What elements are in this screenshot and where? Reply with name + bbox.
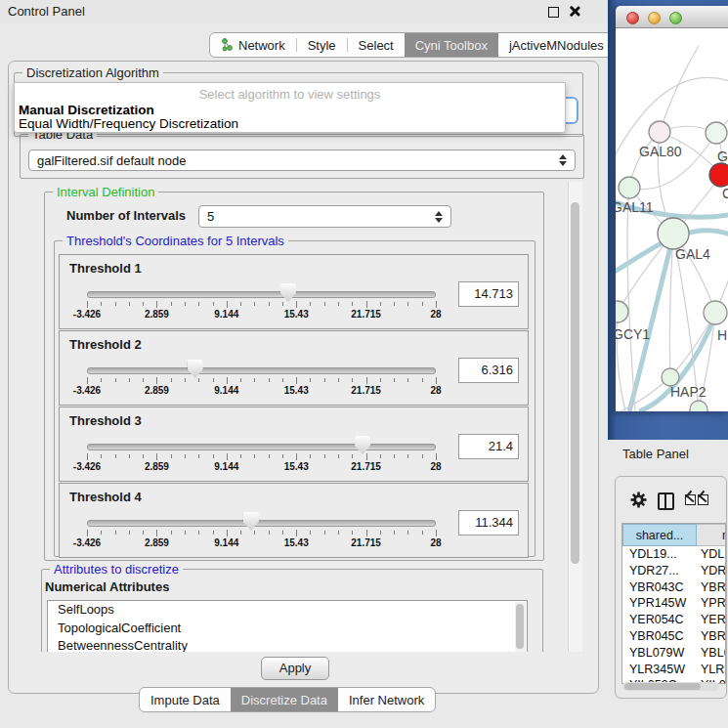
network-node[interactable]: [619, 177, 640, 198]
attribute-list-item[interactable]: TopologicalCoefficient: [48, 620, 527, 638]
cell-shared-name: YDL19...: [629, 546, 697, 563]
tick-label: 9.144: [214, 385, 238, 396]
slider-tick-labels: -3.4262.8599.14415.4321.71528: [87, 461, 436, 473]
column-header-name[interactable]: name: [697, 524, 726, 546]
option-manual-discretization[interactable]: Manual Discretization: [18, 103, 562, 117]
tick-mark: [380, 454, 381, 458]
cell-shared-name: YBL079W: [629, 645, 697, 662]
combo-stepper-icon: [559, 154, 567, 166]
slider-track[interactable]: [87, 444, 436, 450]
table-row[interactable]: YDR27...YDR2: [622, 563, 725, 579]
slider-track[interactable]: [87, 367, 436, 374]
threshold-value-field[interactable]: 6.316: [458, 358, 519, 383]
tick-mark: [366, 301, 367, 308]
attribute-list-item[interactable]: BetweennessCentrality: [48, 637, 527, 652]
slider-track[interactable]: [87, 520, 436, 527]
network-node-label: GAL4: [675, 246, 710, 262]
tick-mark: [87, 377, 88, 384]
tick-mark: [129, 378, 130, 382]
table-row[interactable]: YPR145WYPR1: [622, 595, 725, 612]
network-canvas[interactable]: GAL80GACGAL11GAL4GCY1HHAP2: [616, 28, 728, 411]
tick-label: 28: [430, 309, 441, 320]
network-node[interactable]: [704, 301, 727, 324]
cell-name: YBL0: [701, 645, 726, 662]
table-data-combobox[interactable]: galFiltered.sif default node: [28, 150, 576, 171]
tab-style[interactable]: Style: [297, 33, 347, 57]
number-of-intervals-label: Number of Intervals: [66, 208, 186, 223]
threshold-slider[interactable]: -3.4262.8599.14415.4321.71528: [87, 331, 436, 405]
tick-mark: [269, 531, 270, 535]
table-row[interactable]: YDL19...YDL1: [622, 546, 725, 563]
network-node[interactable]: [616, 301, 628, 322]
panel-scrollbar-thumb[interactable]: [571, 202, 579, 564]
threshold-slider[interactable]: -3.4262.8599.14415.4321.71528: [87, 255, 436, 328]
column-header-shared-name[interactable]: shared...: [622, 524, 697, 546]
list-scrollbar-thumb[interactable]: [516, 604, 524, 649]
tick-mark: [87, 301, 88, 308]
tab-jactivemnodules[interactable]: jActiveMNodules: [498, 33, 615, 57]
slider-track[interactable]: [87, 291, 436, 298]
tab-infer-network[interactable]: Infer Network: [338, 688, 435, 711]
tick-mark: [296, 377, 297, 384]
threshold-slider[interactable]: -3.4262.8599.14415.4321.71528: [87, 407, 436, 481]
table-row[interactable]: YBL079WYBL0: [622, 645, 725, 662]
gear-icon[interactable]: [629, 491, 648, 509]
tab-impute-data[interactable]: Impute Data: [140, 688, 231, 711]
option-equal-width-frequency[interactable]: Equal Width/Frequency Discretization: [18, 116, 562, 131]
panel-scrollbar[interactable]: [568, 182, 582, 652]
slider-handle[interactable]: [188, 360, 203, 378]
tick-mark: [156, 301, 157, 308]
tab-network[interactable]: Network: [210, 33, 296, 57]
threshold-value-field[interactable]: 21.4: [458, 434, 519, 459]
network-node-label: C: [722, 186, 728, 201]
tab-style-label: Style: [308, 38, 336, 53]
table-row[interactable]: YER054CYER0: [622, 612, 725, 628]
apply-button[interactable]: Apply: [261, 657, 329, 680]
tick-mark: [254, 302, 255, 306]
number-of-intervals-combobox[interactable]: 5: [198, 205, 451, 228]
minimize-traffic-light[interactable]: [648, 12, 661, 24]
checkbox-icon[interactable]: [698, 494, 708, 505]
network-node[interactable]: [709, 163, 728, 187]
tab-select[interactable]: Select: [348, 33, 405, 57]
network-node[interactable]: [658, 218, 689, 249]
tick-mark: [380, 531, 381, 535]
columns-icon[interactable]: [658, 492, 674, 510]
threshold-value-field[interactable]: 11.344: [458, 510, 519, 535]
tick-mark: [436, 530, 437, 536]
checkbox-icon[interactable]: [685, 494, 696, 505]
threshold-slider[interactable]: -3.4262.8599.14415.4321.71528: [87, 484, 436, 557]
zoom-traffic-light[interactable]: [669, 12, 682, 24]
list-scrollbar[interactable]: [515, 602, 526, 652]
table-row[interactable]: YBR043CYBR0: [622, 579, 725, 596]
tick-mark: [213, 378, 214, 382]
tab-cyni-toolbox[interactable]: Cyni Toolbox: [405, 33, 498, 57]
slider-handle[interactable]: [280, 283, 296, 302]
float-window-icon[interactable]: [548, 7, 559, 18]
attribute-list-item[interactable]: SelfLoops: [48, 601, 527, 620]
slider-handle[interactable]: [243, 512, 259, 531]
slider-handle[interactable]: [355, 436, 370, 454]
tick-label: -3.426: [73, 385, 101, 396]
table-row[interactable]: YBR045CYBR0: [622, 628, 725, 645]
network-node-label: H: [717, 327, 727, 343]
cell-shared-name: YPR145W: [629, 595, 697, 612]
tick-mark: [352, 378, 353, 382]
table-row[interactable]: YLR345WYLR3: [622, 662, 725, 678]
network-node[interactable]: [706, 122, 727, 144]
network-node[interactable]: [690, 401, 707, 411]
threshold-row: Threshold 3 -3.4262.8599.14415.4321.7152…: [59, 407, 529, 482]
numerical-attributes-list[interactable]: SelfLoopsTopologicalCoefficientBetweenne…: [47, 600, 528, 652]
close-icon[interactable]: [568, 5, 580, 18]
close-traffic-light[interactable]: [626, 12, 639, 24]
tick-mark: [101, 454, 102, 458]
network-window-titlebar[interactable]: [616, 6, 728, 28]
network-node[interactable]: [649, 121, 670, 143]
threshold-value-field[interactable]: 14.713: [458, 281, 519, 307]
tab-discretize-data[interactable]: Discretize Data: [231, 688, 338, 711]
table-data-group: Table Data galFiltered.sif default node: [20, 134, 584, 179]
network-node-label: GAL11: [616, 199, 654, 215]
tick-label: 21.715: [351, 385, 381, 396]
table-hscrollbar-thumb[interactable]: [624, 683, 701, 690]
table-hscrollbar[interactable]: [622, 682, 719, 691]
